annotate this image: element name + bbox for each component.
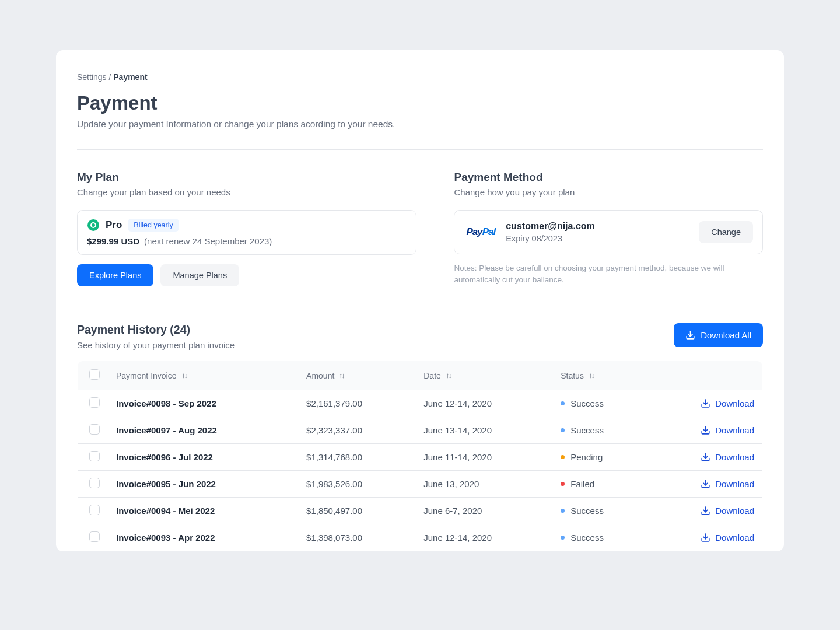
payment-method-subtitle: Change how you pay your plan <box>454 187 763 197</box>
page-title: Payment <box>77 92 763 114</box>
table-row: Invoice#0094 - Mei 2022$1,850,497.00June… <box>78 498 763 524</box>
download-icon <box>701 425 710 435</box>
table-row: Invoice#0097 - Aug 2022$2,323,337.00June… <box>78 417 763 444</box>
page-subtitle: Update your payment Information or chang… <box>77 119 763 130</box>
svg-point-2 <box>92 223 95 227</box>
invoice-amount: $2,323,337.00 <box>298 417 415 444</box>
download-icon <box>701 398 710 408</box>
invoice-name: Invoice#0095 - Jun 2022 <box>116 479 216 489</box>
status-dot-icon <box>561 536 565 540</box>
invoice-name: Invoice#0094 - Mei 2022 <box>116 506 215 516</box>
row-checkbox[interactable] <box>89 531 100 542</box>
sort-icon <box>445 372 453 380</box>
explore-plans-button[interactable]: Explore Plans <box>77 264 153 286</box>
download-invoice-button[interactable]: Download <box>657 425 754 435</box>
plan-and-method-sections: My Plan Change your plan based on your n… <box>77 150 763 304</box>
invoice-status: Success <box>561 398 640 408</box>
download-invoice-button[interactable]: Download <box>657 506 754 516</box>
change-payment-button[interactable]: Change <box>699 221 753 243</box>
table-row: Invoice#0093 - Apr 2022$1,398,073.00June… <box>78 524 763 551</box>
status-dot-icon <box>561 401 565 405</box>
breadcrumb-parent[interactable]: Settings <box>77 72 107 82</box>
row-checkbox[interactable] <box>89 505 100 515</box>
invoice-status: Success <box>561 533 640 542</box>
invoice-amount: $1,850,497.00 <box>298 498 415 524</box>
download-all-button[interactable]: Download All <box>674 323 763 347</box>
payment-method-notes: Notes: Please be carefull on choosing yo… <box>454 262 763 286</box>
invoice-date: June 12-14, 2020 <box>415 524 552 551</box>
payment-method-section: Payment Method Change how you pay your p… <box>454 171 763 286</box>
select-all-checkbox[interactable] <box>89 369 100 380</box>
row-checkbox[interactable] <box>89 424 100 435</box>
status-dot-icon <box>561 455 565 459</box>
sort-icon <box>588 372 596 380</box>
my-plan-section: My Plan Change your plan based on your n… <box>77 171 416 286</box>
plan-renew-date: (next renew 24 September 2023) <box>144 236 272 246</box>
download-icon <box>701 533 710 542</box>
download-icon <box>701 506 710 516</box>
sort-icon <box>338 372 346 380</box>
col-amount[interactable]: Amount <box>298 361 415 390</box>
breadcrumb-sep: / <box>107 72 114 82</box>
payment-method-title: Payment Method <box>454 171 763 184</box>
payment-email: customer@nija.com <box>506 221 595 232</box>
invoice-date: June 11-14, 2020 <box>415 444 552 471</box>
breadcrumb: Settings / Payment <box>77 72 763 82</box>
plan-logo-icon <box>87 219 100 232</box>
payment-history-subtitle: See history of your payment plan invoice <box>77 340 235 350</box>
invoice-date: June 13-14, 2020 <box>415 417 552 444</box>
invoice-amount: $1,314,768.00 <box>298 444 415 471</box>
payment-settings-card: Settings / Payment Payment Update your p… <box>56 50 784 551</box>
table-row: Invoice#0098 - Sep 2022$2,161,379.00June… <box>78 390 763 417</box>
my-plan-subtitle: Change your plan based on your needs <box>77 187 416 197</box>
row-checkbox[interactable] <box>89 397 100 408</box>
invoice-status: Success <box>561 425 640 435</box>
col-invoice[interactable]: Payment Invoice <box>108 361 298 390</box>
invoice-name: Invoice#0098 - Sep 2022 <box>116 398 216 408</box>
col-status[interactable]: Status <box>552 361 649 390</box>
download-invoice-button[interactable]: Download <box>657 398 754 408</box>
download-invoice-button[interactable]: Download <box>657 452 754 462</box>
payment-expiry: Expiry 08/2023 <box>506 234 595 243</box>
row-checkbox[interactable] <box>89 451 100 461</box>
invoice-amount: $1,398,073.00 <box>298 524 415 551</box>
breadcrumb-current: Payment <box>113 72 147 82</box>
invoice-amount: $1,983,526.00 <box>298 471 415 498</box>
my-plan-title: My Plan <box>77 171 416 184</box>
paypal-logo-icon: PayPal <box>466 226 495 238</box>
invoice-status: Success <box>561 506 640 516</box>
download-all-label: Download All <box>701 330 751 340</box>
download-invoice-button[interactable]: Download <box>657 479 754 489</box>
status-dot-icon <box>561 482 565 486</box>
payment-history-title: Payment History (24) <box>77 323 235 337</box>
download-icon <box>701 479 710 489</box>
download-icon <box>701 452 710 462</box>
payment-history-header: Payment History (24) See history of your… <box>77 304 763 350</box>
status-dot-icon <box>561 428 565 432</box>
plan-name: Pro <box>106 219 122 231</box>
table-row: Invoice#0095 - Jun 2022$1,983,526.00June… <box>78 471 763 498</box>
invoice-name: Invoice#0097 - Aug 2022 <box>116 425 217 435</box>
invoice-date: June 12-14, 2020 <box>415 390 552 417</box>
download-invoice-button[interactable]: Download <box>657 533 754 542</box>
plan-price: $299.99 USD <box>87 236 139 246</box>
col-date[interactable]: Date <box>415 361 552 390</box>
row-checkbox[interactable] <box>89 478 100 488</box>
invoice-status: Pending <box>561 452 640 462</box>
download-icon <box>685 330 695 340</box>
payment-history-table: Payment Invoice Amount Date Status Invoi… <box>77 360 763 551</box>
invoice-amount: $2,161,379.00 <box>298 390 415 417</box>
status-dot-icon <box>561 509 565 513</box>
invoice-name: Invoice#0096 - Jul 2022 <box>116 452 213 462</box>
payment-method-card: PayPal customer@nija.com Expiry 08/2023 … <box>454 210 763 254</box>
plan-card: Pro Billed yearly $299.99 USD (next rene… <box>77 210 416 255</box>
sort-icon <box>181 372 188 380</box>
col-action <box>649 361 762 390</box>
invoice-date: June 6-7, 2020 <box>415 498 552 524</box>
manage-plans-button[interactable]: Manage Plans <box>160 264 239 286</box>
invoice-status: Failed <box>561 479 640 489</box>
plan-billing-badge: Billed yearly <box>128 219 178 232</box>
table-row: Invoice#0096 - Jul 2022$1,314,768.00June… <box>78 444 763 471</box>
invoice-date: June 13, 2020 <box>415 471 552 498</box>
invoice-name: Invoice#0093 - Apr 2022 <box>116 533 215 542</box>
